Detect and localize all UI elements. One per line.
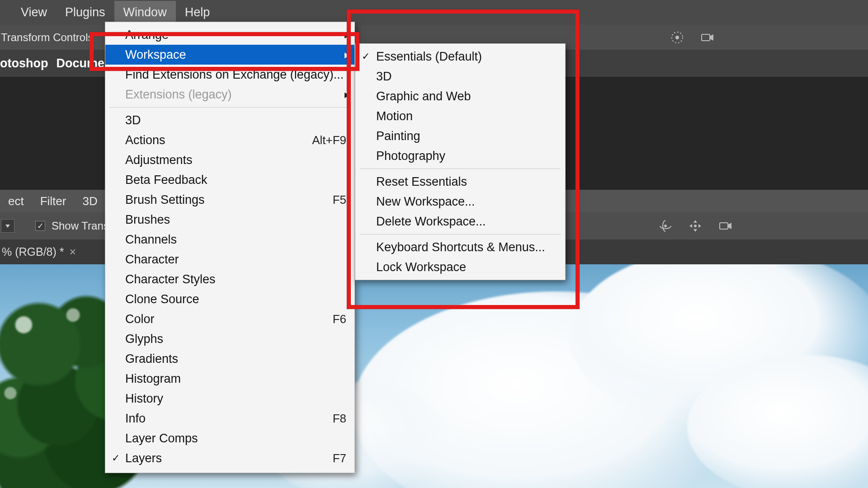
menu-separator <box>110 107 350 108</box>
window-menu-item[interactable]: Adjustments <box>105 150 354 170</box>
menu-item-label: Clone Source <box>125 292 346 306</box>
submenu-item-label: Photography <box>376 149 445 163</box>
window-menu-item[interactable]: 3D <box>105 110 354 130</box>
menu-item-label: Brushes <box>125 213 346 227</box>
transform-controls-label: Transform Controls <box>0 31 97 44</box>
window-menu-item: Extensions (legacy) <box>105 84 354 104</box>
menu-item-help[interactable]: Help <box>176 1 219 24</box>
menu-item-accelerator: Alt+F9 <box>312 133 346 147</box>
window-menu-item[interactable]: Workspace <box>105 45 354 65</box>
menu-frag-select[interactable]: ect <box>0 192 32 211</box>
menu-item-label: History <box>125 392 346 406</box>
menu-item-label: Layer Comps <box>125 432 346 446</box>
window-menu-item[interactable]: Layer Comps <box>105 428 354 448</box>
svg-point-0 <box>675 36 679 39</box>
window-menu-item[interactable]: Gradients <box>105 349 354 369</box>
menubar: View Plugins Window Help <box>0 0 868 25</box>
menu-item-accelerator: F5 <box>333 193 346 207</box>
submenu-item-label: New Workspace... <box>376 195 475 209</box>
menu-item-label: 3D <box>125 113 346 127</box>
menu-item-cropped[interactable] <box>0 8 12 17</box>
submenu-item-label: Reset Essentials <box>376 175 467 189</box>
workspace-submenu-item[interactable]: Motion <box>355 106 565 126</box>
submenu-item-label: Graphic and Web <box>376 89 471 103</box>
menu-item-label: Workspace <box>125 48 346 62</box>
submenu-item-label: Painting <box>376 129 420 143</box>
svg-point-4 <box>694 225 697 227</box>
window-menu-item[interactable]: Brush SettingsF5 <box>105 190 354 210</box>
document-tab-label[interactable]: % (RGB/8) * <box>2 245 64 258</box>
close-tab-button[interactable]: × <box>70 245 76 258</box>
check-icon: ✓ <box>112 452 120 464</box>
submenu-item-label: Lock Workspace <box>376 260 466 274</box>
menu-item-label: Channels <box>125 233 346 247</box>
menu-item-label: Histogram <box>125 372 346 386</box>
menu-item-accelerator: F7 <box>333 451 346 465</box>
window-menu-item[interactable]: ✓LayersF7 <box>105 448 354 468</box>
window-menu-item[interactable]: Beta Feedback <box>105 170 354 190</box>
workspace-submenu-item[interactable]: Photography <box>355 146 565 166</box>
window-menu-item[interactable]: Character <box>105 249 354 269</box>
window-menu-item[interactable]: Character Styles <box>105 269 354 289</box>
workspace-submenu-item[interactable]: Delete Workspace... <box>355 211 565 231</box>
window-menu-item[interactable]: Channels <box>105 230 354 249</box>
menu-item-window[interactable]: Window <box>114 1 176 24</box>
workspace-submenu: ✓Essentials (Default)3DGraphic and WebMo… <box>355 43 566 280</box>
window-menu-item[interactable]: InfoF8 <box>105 408 354 428</box>
menu-item-label: Brush Settings <box>125 193 333 207</box>
menu-item-label: Beta Feedback <box>125 173 346 187</box>
menu-separator <box>360 169 561 169</box>
workspace-submenu-item[interactable]: New Workspace... <box>355 192 565 211</box>
window-menu-item[interactable]: ActionsAlt+F9 <box>105 130 354 150</box>
alignment-icons <box>670 30 714 45</box>
svg-rect-2 <box>702 34 710 41</box>
menu-item-accelerator: F6 <box>333 312 346 326</box>
camera2-icon[interactable] <box>718 219 732 233</box>
tool-preset-dropdown[interactable] <box>1 219 14 233</box>
window-menu-item[interactable]: ColorF6 <box>105 309 354 329</box>
window-menu-item[interactable]: Glyphs <box>105 329 354 349</box>
workspace-submenu-item[interactable]: Lock Workspace <box>355 257 565 277</box>
submenu-item-label: Delete Workspace... <box>376 215 486 229</box>
submenu-item-label: Keyboard Shortcuts & Menus... <box>376 240 545 254</box>
menu-item-plugins[interactable]: Plugins <box>56 1 114 24</box>
workspace-submenu-item[interactable]: Graphic and Web <box>355 86 565 106</box>
move-3d-icon[interactable] <box>688 219 703 233</box>
pivot-icon[interactable] <box>670 30 684 45</box>
menu-item-label: Actions <box>125 133 312 147</box>
workspace-submenu-item[interactable]: Reset Essentials <box>355 172 565 192</box>
3d-mode-icons <box>658 219 732 233</box>
workspace-submenu-item[interactable]: Keyboard Shortcuts & Menus... <box>355 237 565 257</box>
window-menu-item[interactable]: Histogram <box>105 369 354 389</box>
menu-item-3d[interactable]: 3D <box>74 192 105 211</box>
menu-item-label: Arrange <box>125 28 346 42</box>
submenu-item-label: 3D <box>376 70 392 84</box>
svg-point-3 <box>664 225 667 227</box>
menu-item-label: Info <box>125 412 333 426</box>
menu-item-label: Find Extensions on Exchange (legacy)... <box>125 68 346 82</box>
menu-item-filter[interactable]: Filter <box>32 192 75 211</box>
menu-item-label: Adjustments <box>125 153 346 167</box>
show-transform-checkbox[interactable]: ✓ <box>35 221 45 231</box>
submenu-item-label: Essentials (Default) <box>376 50 482 64</box>
workspace-submenu-item[interactable]: ✓Essentials (Default) <box>355 47 565 66</box>
menu-item-label: Glyphs <box>125 332 346 346</box>
app-name-fragment: otoshop <box>0 56 48 70</box>
window-menu-item[interactable]: Clone Source <box>105 289 354 309</box>
workspace-submenu-item[interactable]: Painting <box>355 126 565 146</box>
workspace-submenu-item[interactable]: 3D <box>355 66 565 86</box>
camera-icon[interactable] <box>700 30 714 45</box>
menu-item-label: Character Styles <box>125 272 346 286</box>
menu-item-label: Character <box>125 253 346 267</box>
window-menu-item[interactable]: Arrange <box>105 25 354 45</box>
window-menu-dropdown: ArrangeWorkspaceFind Extensions on Excha… <box>105 22 355 473</box>
window-menu-item[interactable]: History <box>105 389 354 408</box>
window-menu-item[interactable]: Brushes <box>105 210 354 230</box>
menu-item-view[interactable]: View <box>12 1 56 24</box>
orbit-icon[interactable] <box>658 219 673 233</box>
window-menu-item[interactable]: Find Extensions on Exchange (legacy)... <box>105 65 354 84</box>
menu-item-accelerator: F8 <box>333 412 346 426</box>
svg-rect-5 <box>720 223 728 229</box>
submenu-item-label: Motion <box>376 109 413 123</box>
menu-item-label: Layers <box>125 451 333 465</box>
